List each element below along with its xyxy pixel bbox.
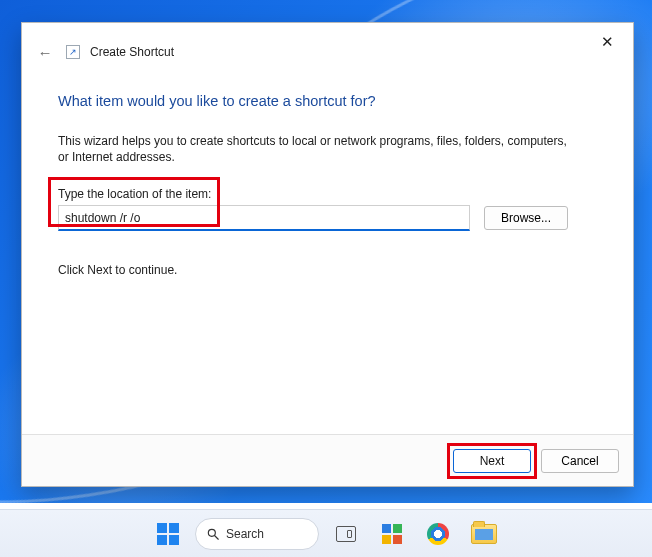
taskbar: Search	[0, 509, 652, 557]
cancel-button[interactable]: Cancel	[541, 449, 619, 473]
window-title: Create Shortcut	[90, 45, 174, 59]
wizard-description: This wizard helps you to create shortcut…	[58, 133, 578, 165]
next-button[interactable]: Next	[453, 449, 531, 473]
windows-logo-icon	[157, 523, 179, 545]
task-view-icon	[336, 526, 356, 542]
svg-line-1	[215, 535, 219, 539]
taskbar-search-placeholder: Search	[226, 527, 264, 541]
close-icon: ✕	[601, 33, 614, 51]
task-view-button[interactable]	[327, 514, 365, 554]
location-row: Browse...	[58, 205, 597, 231]
continue-hint: Click Next to continue.	[58, 263, 597, 277]
widgets-icon	[382, 524, 402, 544]
location-input[interactable]	[58, 205, 470, 231]
wizard-heading: What item would you like to create a sho…	[58, 93, 597, 109]
browse-button[interactable]: Browse...	[484, 206, 568, 230]
window-close-button[interactable]: ✕	[593, 31, 621, 53]
taskbar-search[interactable]: Search	[195, 514, 319, 554]
create-shortcut-window: ✕ ← ↗ Create Shortcut What item would yo…	[21, 22, 634, 487]
svg-point-0	[208, 529, 215, 536]
chrome-taskbar-button[interactable]	[419, 514, 457, 554]
window-titlebar: ← ↗ Create Shortcut	[22, 23, 633, 69]
chrome-icon	[427, 523, 449, 545]
location-input-wrap	[58, 205, 470, 231]
file-explorer-icon	[471, 524, 497, 544]
search-icon	[206, 527, 220, 541]
location-label: Type the location of the item:	[58, 187, 597, 201]
back-button[interactable]: ←	[34, 41, 56, 63]
shortcut-icon: ↗	[66, 45, 80, 59]
file-explorer-taskbar-button[interactable]	[465, 514, 503, 554]
back-arrow-icon: ←	[38, 44, 53, 61]
widgets-button[interactable]	[373, 514, 411, 554]
wizard-footer: Next Cancel	[22, 434, 633, 486]
wizard-content: What item would you like to create a sho…	[22, 69, 633, 434]
start-button[interactable]	[149, 514, 187, 554]
